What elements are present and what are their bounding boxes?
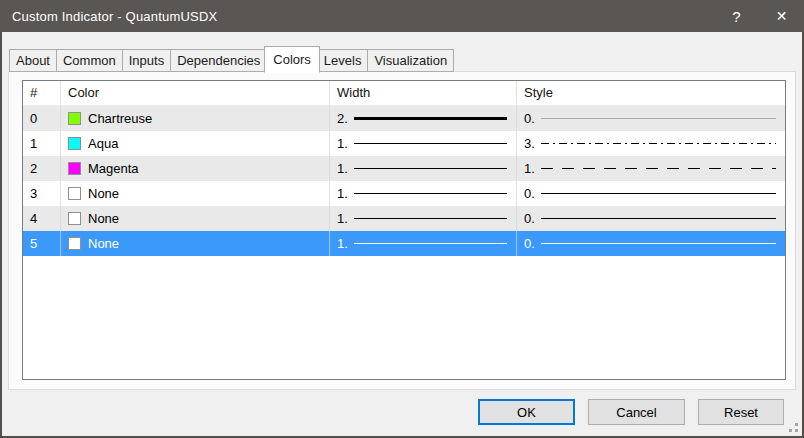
width-value: 1. [337, 186, 348, 201]
style-line-sample [541, 193, 776, 194]
style-line-sample [541, 168, 776, 169]
width-value: 1. [337, 136, 348, 151]
width-line-sample [354, 143, 507, 144]
tab-dependencies[interactable]: Dependencies [170, 49, 267, 72]
window-title: Custom Indicator - QuantumUSDX [0, 9, 714, 24]
color-row-4[interactable]: 4 None 1. 0. [23, 206, 785, 231]
cancel-button[interactable]: Cancel [588, 399, 685, 425]
tab-bar: AboutCommonInputsDependenciesColorsLevel… [9, 46, 453, 73]
color-name: None [88, 211, 119, 226]
width-line-sample [354, 218, 507, 219]
width-line-sample [354, 117, 507, 120]
width-value: 1. [337, 211, 348, 226]
tab-colors[interactable]: Colors [264, 46, 320, 73]
tab-levels[interactable]: Levels [317, 49, 369, 72]
column-header-color: Color [61, 81, 330, 106]
width-value: 1. [337, 161, 348, 176]
style-value: 0. [524, 211, 535, 226]
style-value: 0. [524, 111, 535, 126]
help-button[interactable]: ? [714, 0, 759, 32]
color-swatch[interactable] [68, 187, 81, 200]
color-name: None [88, 186, 119, 201]
tab-inputs[interactable]: Inputs [122, 49, 171, 72]
width-value: 1. [337, 236, 348, 251]
color-swatch[interactable] [68, 162, 81, 175]
row-index-cell: 3 [23, 181, 61, 206]
width-line-sample [354, 168, 507, 169]
row-index-cell: 0 [23, 106, 61, 131]
color-row-1[interactable]: 1 Aqua 1. 3. [23, 131, 785, 156]
column-header-index: # [23, 81, 61, 106]
table-body: 0 Chartreuse 2. 0. 1 Aqua 1. 3. 2 [23, 106, 785, 256]
close-button[interactable]: ✕ [759, 0, 804, 32]
colors-table: # Color Width Style 0 Chartreuse 2. 0. 1… [22, 80, 786, 380]
tab-visualization[interactable]: Visualization [367, 49, 454, 72]
color-row-0[interactable]: 0 Chartreuse 2. 0. [23, 106, 785, 131]
style-line-sample [541, 118, 776, 119]
title-bar: Custom Indicator - QuantumUSDX ? ✕ [0, 0, 804, 32]
style-line-sample [541, 143, 776, 144]
tab-common[interactable]: Common [56, 49, 123, 72]
color-name: Magenta [88, 161, 139, 176]
color-swatch[interactable] [68, 237, 81, 250]
color-name: Aqua [88, 136, 118, 151]
width-line-sample [354, 193, 507, 194]
color-row-3[interactable]: 3 None 1. 0. [23, 181, 785, 206]
color-name: None [88, 236, 119, 251]
color-swatch[interactable] [68, 112, 81, 125]
tab-about[interactable]: About [9, 49, 57, 72]
color-row-5[interactable]: 5 None 1. 0. [23, 231, 785, 256]
color-swatch[interactable] [68, 137, 81, 150]
resize-grip[interactable] [789, 423, 798, 432]
row-index-cell: 1 [23, 131, 61, 156]
style-value: 0. [524, 236, 535, 251]
reset-button[interactable]: Reset [698, 399, 784, 425]
width-line-sample [354, 243, 507, 244]
style-value: 1. [524, 161, 535, 176]
color-swatch[interactable] [68, 212, 81, 225]
width-value: 2. [337, 111, 348, 126]
style-line-sample [541, 243, 776, 244]
style-value: 3. [524, 136, 535, 151]
ok-button[interactable]: OK [478, 399, 575, 425]
style-value: 0. [524, 186, 535, 201]
indicator-properties-dialog: Custom Indicator - QuantumUSDX ? ✕ About… [0, 0, 804, 438]
row-index-cell: 4 [23, 206, 61, 231]
colors-tab-page: # Color Width Style 0 Chartreuse 2. 0. 1… [8, 71, 796, 390]
table-header-row: # Color Width Style [23, 81, 785, 106]
color-name: Chartreuse [88, 111, 152, 126]
row-index-cell: 2 [23, 156, 61, 181]
style-line-sample [541, 218, 776, 219]
column-header-style: Style [517, 81, 785, 106]
color-row-2[interactable]: 2 Magenta 1. 1. [23, 156, 785, 181]
column-header-width: Width [330, 81, 517, 106]
row-index-cell: 5 [23, 231, 61, 256]
